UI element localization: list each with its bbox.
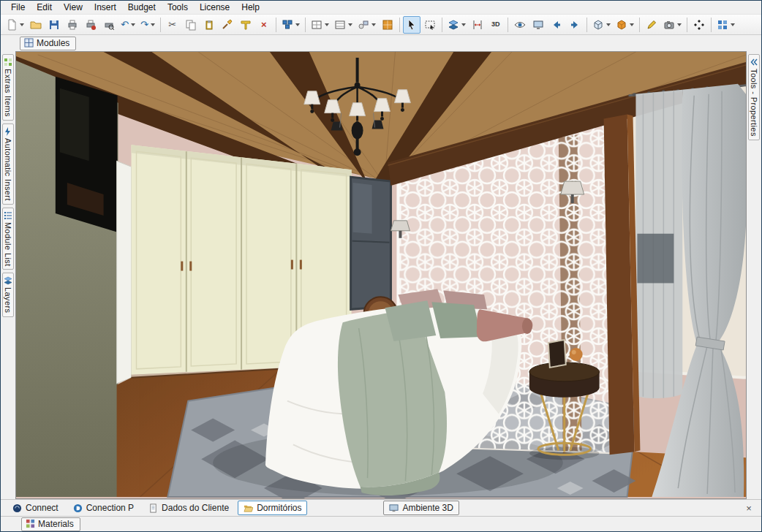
shapes-icon	[358, 19, 369, 31]
new-document-button[interactable]	[4, 16, 26, 34]
menu-tools[interactable]: Tools	[162, 1, 194, 13]
perspective-box-icon	[592, 19, 604, 31]
dropdown-caret-icon	[151, 23, 155, 26]
right-panel-strip: Tools - Properties	[747, 51, 761, 499]
menu-insert[interactable]: Insert	[88, 1, 122, 13]
arrow-right-icon	[569, 19, 581, 31]
monitor-icon	[532, 19, 544, 31]
tab-materials[interactable]: Materials	[21, 517, 80, 531]
view-3d-icon: 3D	[491, 21, 500, 28]
delete-button[interactable]: ×	[255, 16, 273, 34]
handles-icon	[693, 19, 705, 31]
move-handles-button[interactable]	[690, 16, 708, 34]
sidebar-tab-label: Extras Items	[4, 69, 12, 117]
measure-button[interactable]	[237, 16, 254, 34]
left-panel-strip: Extras Items Automatic Insert Module Lis…	[1, 51, 15, 499]
edit-light-button[interactable]	[643, 16, 660, 34]
view-floorplan-button[interactable]	[309, 16, 331, 34]
dimension-button[interactable]	[469, 16, 486, 34]
new-document-icon	[6, 19, 18, 31]
connect-icon	[12, 503, 22, 513]
sidebar-tab-layers[interactable]: Layers	[2, 273, 14, 316]
tab-conection-p[interactable]: Conection P	[67, 501, 140, 515]
copy-button[interactable]	[182, 16, 200, 34]
menu-edit[interactable]: Edit	[31, 1, 58, 13]
tab-dormitorios[interactable]: Dormitórios	[238, 501, 307, 515]
sidebar-tab-automatic-insert[interactable]: Automatic Insert	[2, 123, 14, 205]
tab-label: Ambiente 3D	[402, 503, 453, 513]
sidebar-tab-label: Tools - Properties	[750, 69, 758, 137]
print-button[interactable]	[64, 16, 81, 34]
client-data-icon	[148, 503, 158, 513]
grid-settings-button[interactable]	[714, 16, 737, 34]
undo-icon: ↶	[121, 20, 129, 29]
menu-help[interactable]: Help	[235, 1, 265, 13]
tab-label: Conection P	[86, 503, 134, 513]
snapshot-button[interactable]	[661, 16, 684, 34]
nav-back-button[interactable]	[548, 16, 565, 34]
visibility-button[interactable]	[511, 16, 529, 34]
nav-forward-button[interactable]	[566, 16, 584, 34]
brush-icon	[222, 19, 233, 31]
apply-texture-button[interactable]	[379, 16, 396, 34]
select-area-button[interactable]	[421, 16, 439, 34]
eye-icon	[514, 19, 526, 31]
tab-connect[interactable]: Connect	[7, 501, 64, 515]
close-tab-button[interactable]: ×	[742, 503, 755, 514]
menu-view[interactable]: View	[58, 1, 88, 13]
dropdown-caret-icon	[371, 23, 376, 26]
toolbar-separator	[711, 18, 712, 32]
sidebar-tab-label: Automatic Insert	[4, 138, 12, 201]
perspective-button[interactable]	[590, 16, 613, 34]
redo-button[interactable]: ↷	[138, 16, 157, 34]
modules-button[interactable]	[279, 16, 302, 34]
toolbar-separator	[586, 18, 587, 32]
redo-icon: ↷	[140, 20, 148, 29]
sidebar-tab-tools-properties[interactable]: Tools - Properties	[748, 54, 760, 140]
cut-button[interactable]: ✂	[164, 16, 181, 34]
floorplan-icon	[311, 19, 322, 31]
app-window: File Edit View Insert Budget Tools Licen…	[0, 0, 762, 532]
tab-modules[interactable]: Modules	[20, 37, 76, 50]
tab-dados-do-cliente[interactable]: Dados do Cliente	[143, 501, 235, 515]
save-button[interactable]	[45, 16, 63, 34]
scene-view-button[interactable]	[529, 16, 547, 34]
render-3d-button[interactable]	[614, 16, 636, 34]
modules-icon	[282, 19, 293, 31]
menu-file[interactable]: File	[5, 1, 31, 13]
select-button[interactable]	[403, 16, 420, 34]
open-folder-icon	[30, 19, 42, 31]
elevation-icon	[334, 19, 346, 31]
t-square-icon	[240, 19, 252, 31]
tab-label: Connect	[26, 503, 59, 513]
view-elevation-button[interactable]	[332, 16, 355, 34]
paste-icon	[203, 19, 215, 31]
paste-button[interactable]	[200, 16, 218, 34]
sidebar-tab-extras-items[interactable]: Extras Items	[2, 54, 14, 121]
toolbar-separator	[508, 18, 508, 32]
viewport-3d[interactable]	[15, 51, 747, 499]
photo-frame	[548, 340, 566, 368]
texture-icon	[382, 19, 393, 31]
conection-p-icon	[73, 503, 83, 513]
open-folder-icon	[244, 503, 253, 513]
undo-button[interactable]: ↶	[118, 16, 137, 34]
camera-icon	[663, 19, 675, 31]
view-shapes-button[interactable]	[355, 16, 378, 34]
tab-ambiente-3d[interactable]: Ambiente 3D	[383, 501, 459, 515]
dropdown-caret-icon	[606, 23, 611, 26]
layers-button[interactable]	[445, 16, 468, 34]
open-button[interactable]	[27, 16, 45, 34]
bottom-tab-bar: Connect Conection P Dados do Cliente Dor…	[1, 499, 761, 516]
extras-items-icon	[4, 58, 12, 66]
sidebar-tab-module-list[interactable]: Module List	[2, 208, 14, 270]
format-painter-button[interactable]	[219, 16, 236, 34]
view-3d-button[interactable]: 3D	[487, 16, 505, 34]
print-preview-button[interactable]	[100, 16, 118, 34]
toolbar: ↶ ↷ ✂ × 3D	[1, 14, 761, 35]
menu-budget[interactable]: Budget	[122, 1, 162, 13]
render-cube-icon	[616, 19, 627, 31]
menu-license[interactable]: License	[194, 1, 235, 13]
print-budget-button[interactable]	[82, 16, 99, 34]
dropdown-caret-icon	[325, 23, 329, 26]
